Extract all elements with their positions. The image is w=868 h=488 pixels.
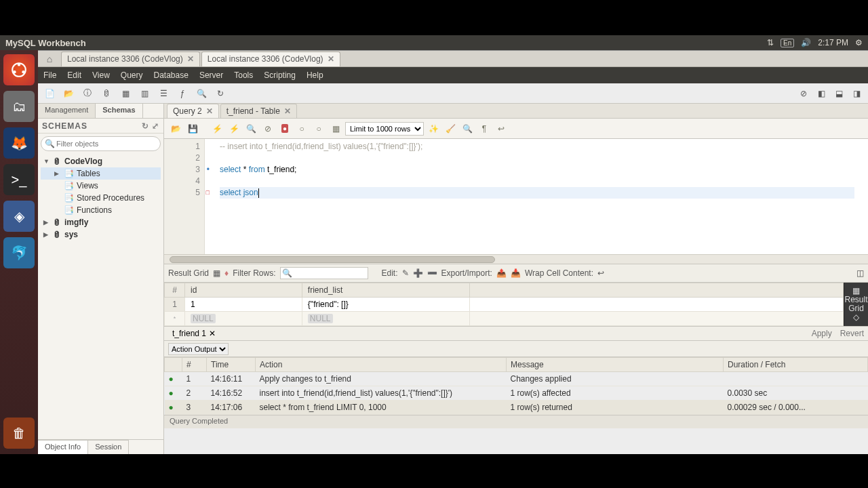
result-grid[interactable]: # id friend_list 1 1 {"friend": []} xyxy=(164,283,844,326)
output-row: ●214:16:52insert into t_friend(id,friend… xyxy=(165,386,868,401)
editor-tab-query2[interactable]: Query 2✕ xyxy=(167,104,219,118)
folder-views[interactable]: Views xyxy=(77,181,98,190)
search-icon[interactable]: 🔍 xyxy=(194,86,209,101)
explain-icon[interactable]: 🔍 xyxy=(243,121,258,136)
refresh-icon[interactable]: ↻ ⤢ xyxy=(142,121,159,131)
apply-button[interactable]: Apply xyxy=(812,329,832,338)
execute-icon[interactable]: ⚡ xyxy=(210,121,224,136)
settings-gear-icon[interactable]: ⚙ xyxy=(855,38,863,47)
toggle-autocommit-icon[interactable]: ● xyxy=(277,121,292,136)
new-function-icon[interactable]: ƒ xyxy=(175,86,190,101)
dash-icon[interactable] xyxy=(3,54,35,85)
new-schema-icon[interactable]: 🛢 xyxy=(99,86,114,101)
tab-session[interactable]: Session xyxy=(88,440,129,454)
close-icon[interactable]: ✕ xyxy=(209,329,216,338)
firefox-icon[interactable]: 🦊 xyxy=(3,127,35,159)
tab-schemas[interactable]: Schemas xyxy=(96,104,142,118)
result-side-panel[interactable]: ▦Result Grid◇ xyxy=(844,283,868,326)
schema-imgfly[interactable]: imgfly xyxy=(64,218,88,227)
wrap-icon[interactable]: ↩ xyxy=(494,121,509,136)
output-header: Action Output xyxy=(164,341,868,357)
edit-icon[interactable]: ✎ xyxy=(402,268,409,278)
rollback-icon[interactable]: ○ xyxy=(311,121,326,136)
menu-database[interactable]: Database xyxy=(154,70,189,80)
editor-scrollbar[interactable] xyxy=(164,254,868,264)
close-icon[interactable]: ✕ xyxy=(206,106,213,116)
menu-server[interactable]: Server xyxy=(199,70,223,80)
close-icon[interactable]: ✕ xyxy=(187,54,194,64)
open-file-icon[interactable]: 📂 xyxy=(168,121,183,136)
menu-scripting[interactable]: Scripting xyxy=(264,70,296,80)
connection-tab-1[interactable]: Local instance 3306 (CodeVlog)✕ xyxy=(201,52,340,66)
tab-management[interactable]: Management xyxy=(38,104,96,118)
limit-select[interactable]: Limit to 1000 rows xyxy=(345,122,424,136)
folder-tables[interactable]: Tables xyxy=(77,169,100,178)
close-icon[interactable]: ✕ xyxy=(284,106,291,116)
output-type-select[interactable]: Action Output xyxy=(168,343,229,355)
stop-icon[interactable]: ⊘ xyxy=(796,86,811,101)
schemas-header: SCHEMAS ↻ ⤢ xyxy=(38,119,163,134)
workbench-icon[interactable]: 🐬 xyxy=(3,237,35,268)
sql-editor[interactable]: 1 2 3 4 5 -- insert into t_friend(id,fri… xyxy=(164,139,868,254)
reconnect-icon[interactable]: ↻ xyxy=(213,86,228,101)
new-sql-icon[interactable]: 📄 xyxy=(42,86,57,101)
menu-view[interactable]: View xyxy=(92,70,110,80)
table-row-new[interactable]: * NULL NULL xyxy=(165,312,844,326)
network-icon[interactable]: ⇅ xyxy=(767,38,774,47)
menu-file[interactable]: File xyxy=(43,70,56,80)
filter-rows-input[interactable] xyxy=(280,267,368,279)
filter-toggle-icon[interactable]: ♦ xyxy=(224,268,229,278)
open-sql-icon[interactable]: 📂 xyxy=(61,86,76,101)
home-icon[interactable]: ⌂ xyxy=(38,54,61,64)
add-row-icon[interactable]: ➕ xyxy=(413,268,423,278)
stop-query-icon[interactable]: ⊘ xyxy=(260,121,275,136)
toggle-limit-icon[interactable]: ▦ xyxy=(328,121,343,136)
connection-tab-0[interactable]: Local instance 3306 (CodeVlog)✕ xyxy=(61,52,200,66)
close-icon[interactable]: ✕ xyxy=(328,54,334,64)
invisible-icon[interactable]: ¶ xyxy=(477,121,492,136)
folder-procedures[interactable]: Stored Procedures xyxy=(77,193,144,203)
panel-right-icon[interactable]: ◨ xyxy=(849,86,864,101)
beautify-icon[interactable]: ✨ xyxy=(426,121,441,136)
files-icon[interactable]: 🗂 xyxy=(3,91,35,122)
wrap-cell-icon[interactable]: ↩ xyxy=(597,268,604,278)
import-icon[interactable]: 📥 xyxy=(511,268,521,278)
new-view-icon[interactable]: ▥ xyxy=(137,86,152,101)
new-procedure-icon[interactable]: ☰ xyxy=(156,86,171,101)
schema-codevlog[interactable]: CodeVlog xyxy=(64,157,102,166)
volume-icon[interactable]: 🔊 xyxy=(801,38,811,47)
inspector-icon[interactable]: ⓘ xyxy=(80,86,95,101)
menu-tools[interactable]: Tools xyxy=(234,70,253,80)
commit-icon[interactable]: ○ xyxy=(294,121,309,136)
filter-input[interactable] xyxy=(41,136,161,151)
new-table-icon[interactable]: ▦ xyxy=(118,86,133,101)
editor-tab-tfriend[interactable]: t_friend - Table✕ xyxy=(220,104,297,118)
pin-icon[interactable]: ◫ xyxy=(856,268,864,278)
clock[interactable]: 2:17 PM xyxy=(818,38,848,47)
revert-button[interactable]: Revert xyxy=(840,329,864,338)
action-output[interactable]: # Time Action Message Duration / Fetch ●… xyxy=(164,357,868,415)
schema-sys[interactable]: sys xyxy=(64,230,78,239)
terminal-icon[interactable]: >_ xyxy=(3,164,35,195)
find-icon[interactable]: 🧹 xyxy=(443,121,458,136)
panel-left-icon[interactable]: ◧ xyxy=(814,86,829,101)
language-indicator[interactable]: En xyxy=(781,39,794,47)
save-icon[interactable]: 💾 xyxy=(185,121,200,136)
folder-functions[interactable]: Functions xyxy=(77,205,112,215)
code-area[interactable]: -- insert into t_friend(id,friend_list) … xyxy=(205,139,868,254)
schema-tree[interactable]: ▼CodeVlog ▶📑 Tables 📑 Views 📑 Stored Pro… xyxy=(38,154,163,439)
result-tab-tfriend[interactable]: t_friend 1✕ xyxy=(168,327,220,340)
delete-row-icon[interactable]: ➖ xyxy=(427,268,437,278)
virtualbox-icon[interactable]: ◈ xyxy=(3,201,35,232)
menu-help[interactable]: Help xyxy=(307,70,323,80)
table-row[interactable]: 1 1 {"friend": []} xyxy=(165,298,844,312)
menu-edit[interactable]: Edit xyxy=(67,70,81,80)
export-icon[interactable]: 📤 xyxy=(496,268,507,278)
trash-icon[interactable]: 🗑 xyxy=(3,418,35,449)
menu-query[interactable]: Query xyxy=(121,70,143,80)
grid-icon[interactable]: ▦ xyxy=(213,268,220,278)
search-icon[interactable]: 🔍 xyxy=(460,121,475,136)
execute-current-icon[interactable]: ⚡ xyxy=(226,121,241,136)
tab-object-info[interactable]: Object Info xyxy=(38,440,88,454)
panel-bottom-icon[interactable]: ⬓ xyxy=(831,86,846,101)
